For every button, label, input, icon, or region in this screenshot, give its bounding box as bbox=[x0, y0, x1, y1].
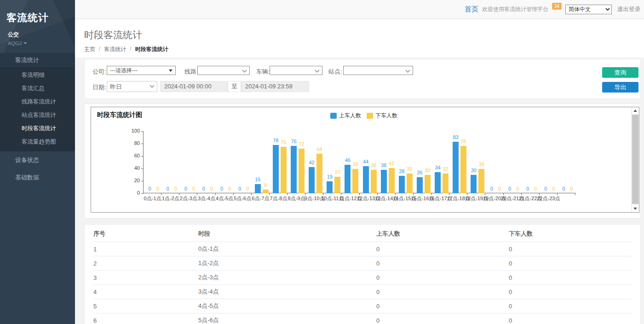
chart-category: 002点-3点 bbox=[179, 131, 197, 193]
app-brand: 客流统计 bbox=[6, 11, 69, 25]
y-axis-label: 100 bbox=[123, 128, 140, 133]
bar-value-label: 41 bbox=[389, 161, 394, 166]
table-row: 54点-5点00 bbox=[93, 299, 632, 313]
table-row: 21点-2点00 bbox=[93, 256, 632, 271]
company-select[interactable]: ---请选择--- bbox=[107, 66, 176, 75]
x-axis-label: 3点-4点 bbox=[198, 195, 215, 202]
bar-value-label: 0 bbox=[238, 186, 241, 191]
x-axis-tick bbox=[575, 193, 575, 195]
chart-panel: 时段车流统计图 上车人数下车人数 020406080100000点-1点001点… bbox=[84, 104, 641, 219]
bar-value-label: 46 bbox=[345, 157, 351, 163]
bar-value-label: 32 bbox=[407, 166, 412, 172]
bar-value-label: 0 bbox=[148, 186, 151, 191]
hourly-passenger-table: 序号 时段 上车人数 下车人数 10点-1点0021点-2点0032点-3点00… bbox=[93, 225, 632, 324]
bar-boarding bbox=[327, 181, 333, 193]
scroll-up-arrow-icon[interactable] bbox=[632, 107, 639, 114]
sidebar-section-2[interactable]: 基础数据 bbox=[0, 169, 75, 186]
home-link[interactable]: 首页 bbox=[465, 5, 478, 14]
table-row: 10点-1点00 bbox=[93, 242, 632, 256]
scroll-down-arrow-icon[interactable] bbox=[632, 205, 639, 212]
x-axis-label: 2点-3点 bbox=[180, 195, 197, 202]
legend-entry-0[interactable]: 上车人数 bbox=[330, 112, 361, 120]
date-preset-select[interactable]: 昨日 bbox=[107, 81, 157, 92]
sidebar-item-0-0[interactable]: 客流明细 bbox=[0, 69, 75, 82]
sidebar-item-0-1[interactable]: 客流汇总 bbox=[0, 82, 75, 95]
chart-category: 0021点-22点 bbox=[522, 131, 540, 193]
station-select[interactable] bbox=[343, 66, 413, 75]
sidebar-item-0-3[interactable]: 站点客流统计 bbox=[0, 109, 75, 122]
bar-value-label: 83 bbox=[453, 134, 459, 140]
breadcrumb-current: 时段客流统计 bbox=[135, 46, 168, 53]
date-to-input[interactable]: 2024-01-09 23:59 bbox=[241, 81, 309, 92]
bar-alighting bbox=[478, 169, 484, 193]
bar-boarding bbox=[291, 146, 297, 193]
scrollbar-thumb[interactable] bbox=[632, 115, 638, 204]
org-code-dropdown[interactable]: AQGJ bbox=[6, 40, 69, 46]
sidebar-section-0[interactable]: 客流统计 bbox=[0, 53, 75, 67]
date-from-input[interactable]: 2024-01-09 00:00 bbox=[160, 81, 228, 92]
bar-alighting bbox=[389, 168, 395, 193]
bar-value-label: 0 bbox=[544, 186, 547, 191]
bar-alighting bbox=[281, 147, 287, 193]
table-cell: 4 bbox=[93, 285, 198, 299]
table-cell: 0 bbox=[376, 285, 509, 299]
vehicle-select[interactable] bbox=[270, 66, 322, 75]
bar-value-label: 75 bbox=[281, 139, 286, 145]
language-select[interactable]: 简体中文 bbox=[565, 5, 612, 14]
chart-category: 001点-2点 bbox=[161, 131, 179, 193]
table-cell: 0 bbox=[376, 271, 509, 285]
y-axis-label: 20 bbox=[123, 178, 140, 183]
chart-category: 0020点-21点 bbox=[504, 131, 522, 193]
bar-boarding bbox=[309, 167, 315, 193]
bar-value-label: 0 bbox=[490, 186, 493, 191]
chart-category: 005点-6点 bbox=[234, 131, 252, 193]
bar-value-label: 38 bbox=[371, 162, 376, 168]
bar-boarding bbox=[417, 177, 423, 193]
sidebar-section-1[interactable]: 设备状态 bbox=[0, 151, 75, 169]
query-button[interactable]: 查询 bbox=[602, 67, 638, 78]
bar-value-label: 0 bbox=[498, 186, 501, 191]
bar-alighting bbox=[263, 190, 269, 193]
sidebar-item-0-2[interactable]: 线路客流统计 bbox=[0, 95, 75, 109]
bar-boarding bbox=[345, 165, 351, 193]
sidebar-item-0-4[interactable]: 时段客流统计 bbox=[0, 122, 75, 135]
chart-category: 837617点-18点 bbox=[449, 131, 467, 193]
sidebar-nav: 客流统计客流明细客流汇总线路客流统计站点客流统计时段客流统计客流量趋势图设备状态… bbox=[0, 53, 75, 186]
table-cell: 4点-5点 bbox=[198, 299, 376, 313]
bar-alighting bbox=[407, 174, 413, 193]
chart-legend: 上车人数下车人数 bbox=[330, 112, 397, 120]
chart-category: 004点-5点 bbox=[216, 131, 234, 193]
org-name: 公交 bbox=[6, 31, 69, 39]
bar-value-label: 30 bbox=[471, 168, 477, 173]
table-cell: 1点-2点 bbox=[198, 256, 376, 271]
y-axis-label: 80 bbox=[123, 140, 140, 146]
bar-value-label: 0 bbox=[228, 186, 231, 191]
chart-category: 0019点-20点 bbox=[485, 131, 503, 193]
sidebar-submenu: 客流明细客流汇总线路客流统计站点客流统计时段客流统计客流量趋势图 bbox=[0, 67, 75, 151]
logout-link[interactable]: 退出登录 bbox=[617, 6, 640, 13]
bar-boarding bbox=[255, 184, 261, 193]
bar-alighting bbox=[460, 146, 466, 193]
bar-boarding bbox=[363, 166, 369, 193]
x-axis-label: 8点-9点 bbox=[288, 195, 305, 202]
table-cell: 0 bbox=[376, 299, 509, 313]
station-label: 站点: bbox=[328, 68, 342, 76]
legend-label: 上车人数 bbox=[339, 112, 361, 120]
chart-category: 283214点-15点 bbox=[396, 131, 414, 193]
breadcrumb-home[interactable]: 主页 bbox=[84, 46, 95, 53]
breadcrumb-section[interactable]: 客流统计 bbox=[104, 46, 126, 53]
company-select-wrap: ---请选择--- bbox=[107, 66, 176, 75]
bar-value-label: 6 bbox=[264, 182, 267, 188]
bar-alighting bbox=[425, 175, 431, 194]
line-select[interactable] bbox=[197, 66, 250, 75]
export-button[interactable]: 导出 bbox=[602, 82, 638, 93]
sidebar-item-0-5[interactable]: 客流量趋势图 bbox=[0, 135, 75, 149]
bar-alighting bbox=[371, 170, 377, 193]
bar-value-label: 0 bbox=[184, 186, 187, 191]
data-table-panel: 序号 时段 上车人数 下车人数 10点-1点0021点-2点0032点-3点00… bbox=[84, 224, 641, 324]
notification-count-badge[interactable]: 34 bbox=[552, 3, 562, 10]
chart-vertical-scrollbar[interactable] bbox=[631, 107, 639, 212]
page-heading: 时段客流统计 主页 / 客流统计 / 时段客流统计 bbox=[75, 19, 644, 58]
legend-entry-1[interactable]: 下车人数 bbox=[367, 112, 397, 120]
chevron-down-icon bbox=[23, 42, 27, 44]
